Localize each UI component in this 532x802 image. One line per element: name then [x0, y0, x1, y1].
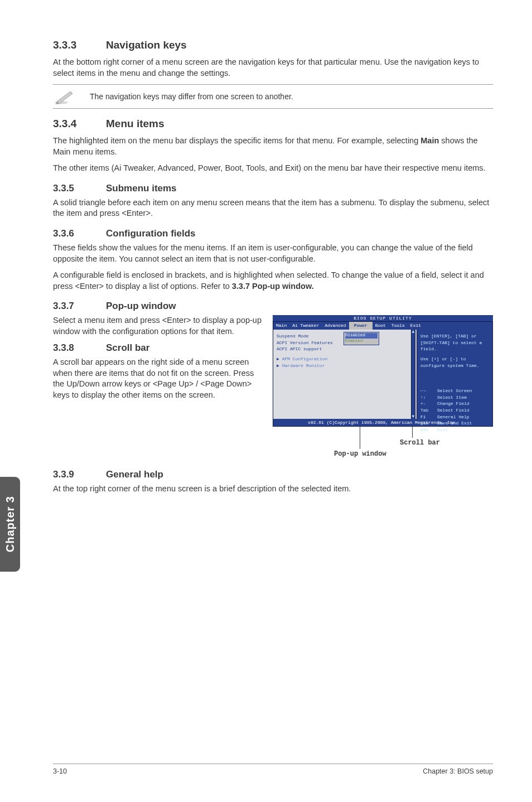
para-334-2: The other items (Ai Tweaker, Advanced, P… — [53, 163, 493, 174]
bios-title: BIOS SETUP UTILITY — [273, 315, 493, 321]
bios-help-v2: Change Field — [437, 400, 470, 407]
note-icon — [53, 87, 76, 106]
bios-sub-hw: Hardware Monitor — [282, 363, 325, 368]
heading-333-title: Navigation keys — [106, 39, 187, 51]
bios-item-acpiapic: ACPI APIC support — [277, 346, 344, 352]
para-336-bold: 3.3.7 Pop-up window. — [232, 282, 314, 291]
heading-333: 3.3.3Navigation keys — [53, 39, 493, 51]
bios-help-top1: Use [ENTER], [TAB] or [SHIFT-TAB] to sel… — [420, 333, 489, 352]
bios-help-k4: F1 — [420, 414, 437, 421]
bios-help-v0: Select Screen — [437, 388, 472, 394]
bios-tab-aitweaker: Ai Tweaker — [289, 322, 322, 330]
heading-338: 3.3.8Scroll bar — [53, 342, 263, 354]
para-335-1: A solid triangle before each item on any… — [53, 197, 493, 219]
bios-help-v5: Save and Exit — [437, 420, 472, 427]
bios-figure: BIOS SETUP UTILITY Main Ai Tweaker Advan… — [273, 315, 493, 460]
heading-334-title: Menu items — [106, 118, 165, 129]
heading-335-title: Submenu items — [106, 183, 177, 194]
chapter-side-tab: Chapter 3 — [0, 477, 20, 572]
heading-333-num: 3.3.3 — [53, 39, 106, 51]
para-334-bold: Main — [420, 136, 439, 145]
bios-left-pane: Suspend Mode[Auto] ACPI Version Features… — [273, 330, 417, 419]
legend-line-scroll — [412, 427, 413, 438]
para-333-1: At the bottom right corner of a menu scr… — [53, 57, 493, 79]
bios-help-pane: Use [ENTER], [TAB] or [SHIFT-TAB] to sel… — [417, 330, 492, 419]
heading-337-num: 3.3.7 — [53, 301, 106, 312]
bios-menu-bar: Main Ai Tweaker Advanced Power Boot Tool… — [273, 322, 492, 330]
bios-item-suspend: Suspend Mode — [277, 333, 344, 340]
bios-scrollbar: ▲ ▼ — [411, 330, 415, 419]
heading-338-title: Scroll bar — [106, 342, 149, 353]
bios-help-v1: Select Item — [437, 394, 467, 401]
bios-popup-opt1: Disabled — [345, 333, 378, 339]
para-339-1: At the top right corner of the menu scre… — [53, 484, 493, 495]
scroll-down-icon: ▼ — [412, 414, 415, 419]
bios-item-acpiver: ACPI Version Features — [277, 340, 344, 346]
bios-help-k2: +- — [420, 400, 437, 407]
para-334-1: The highlighted item on the menu bar dis… — [53, 136, 493, 157]
note-box: The navigation keys may differ from one … — [53, 84, 493, 109]
heading-338-num: 3.3.8 — [53, 342, 106, 354]
note-text: The navigation keys may differ from one … — [90, 92, 293, 101]
heading-336: 3.3.6Configuration fields — [53, 228, 493, 239]
legend-line-popup — [360, 427, 360, 449]
para-334-1a: The highlighted item on the menu bar dis… — [53, 136, 420, 145]
triangle-icon: ▶ — [277, 363, 282, 368]
para-336-1: These fields show the values for the men… — [53, 243, 493, 264]
bios-help-top2: Use [+] or [-] to configure system Time. — [420, 356, 489, 369]
legend-scrollbar: Scroll bar — [400, 439, 440, 447]
bios-help-keys: ←→Select Screen ↑↓Select Item +-Change F… — [420, 388, 489, 433]
bios-tab-boot: Boot — [373, 322, 389, 330]
heading-337-title: Pop-up window — [106, 301, 176, 311]
scroll-up-icon: ▲ — [412, 330, 415, 334]
bios-help-k3: Tab — [420, 407, 437, 414]
bios-popup-window: Disabled Enabled — [344, 332, 379, 345]
para-337-1: Select a menu item and press <Enter> to … — [53, 315, 263, 337]
bios-help-v3: Select Field — [437, 407, 470, 414]
bios-sub-apm: APM Configuration — [282, 356, 328, 361]
heading-335-num: 3.3.5 — [53, 183, 106, 194]
bios-help-k5: F10 — [420, 420, 437, 427]
heading-339-title: General help — [106, 469, 163, 480]
bios-help-k1: ↑↓ — [420, 394, 437, 401]
footer-page-number: 3-10 — [53, 767, 67, 775]
bios-tab-main: Main — [273, 322, 289, 330]
para-338-1: A scroll bar appears on the right side o… — [53, 357, 263, 400]
heading-339-num: 3.3.9 — [53, 469, 106, 480]
chapter-side-label: Chapter 3 — [4, 496, 17, 552]
triangle-icon: ▶ — [277, 356, 282, 361]
bios-tab-advanced: Advanced — [322, 322, 349, 330]
heading-339: 3.3.9General help — [53, 469, 493, 480]
heading-337: 3.3.7Pop-up window — [53, 301, 493, 312]
heading-334: 3.3.4Menu items — [53, 118, 493, 130]
bios-popup-opt2: Enabled — [345, 339, 363, 343]
page-footer: 3-10 Chapter 3: BIOS setup — [53, 764, 493, 775]
bios-help-v4: General Help — [437, 414, 470, 421]
bios-tab-tools: Tools — [389, 322, 408, 330]
bios-tab-exit: Exit — [408, 322, 424, 330]
bios-tab-power: Power — [349, 322, 373, 330]
heading-334-num: 3.3.4 — [53, 118, 106, 130]
heading-335: 3.3.5Submenu items — [53, 183, 493, 194]
heading-336-title: Configuration fields — [106, 228, 196, 239]
footer-chapter: Chapter 3: BIOS setup — [423, 767, 493, 775]
legend-popup: Pop-up window — [334, 450, 386, 458]
para-336-2: A configurable field is enclosed in brac… — [53, 270, 493, 292]
bios-help-k0: ←→ — [420, 388, 437, 394]
heading-336-num: 3.3.6 — [53, 228, 106, 239]
